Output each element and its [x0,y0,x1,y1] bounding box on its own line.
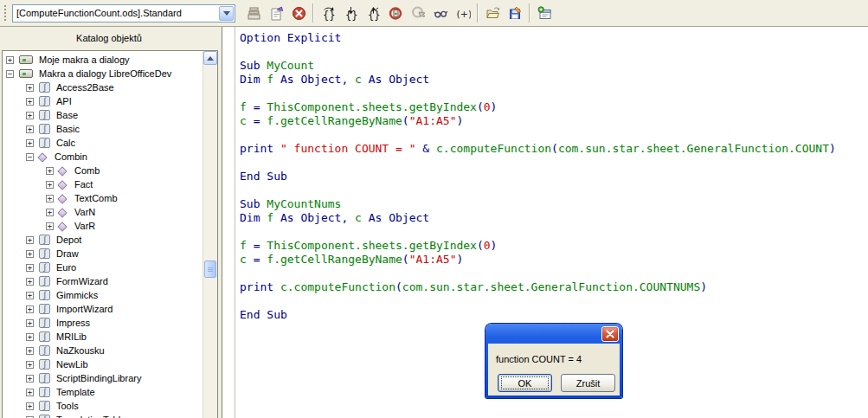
expand-box[interactable]: + [26,333,34,341]
tree-item[interactable]: +∫FormWizard [3,274,203,288]
ok-button[interactable]: OK [498,374,552,392]
tree-item[interactable]: +∫Base [3,108,203,122]
close-button[interactable] [601,326,619,342]
stop-button[interactable] [287,3,310,23]
tree-item[interactable]: +∫NewLib [3,357,203,371]
tree-item[interactable]: +∫NaZkousku [3,344,203,357]
collapse-box[interactable]: − [26,153,34,161]
breakpoint-button[interactable] [384,3,407,23]
manage-breakpoints-button[interactable] [407,3,429,23]
expand-box[interactable]: + [26,125,34,133]
expand-box[interactable]: + [6,56,14,64]
tree-item[interactable]: +∫TranslationTable [3,413,203,418]
expand-box[interactable]: + [26,347,34,355]
modules-button[interactable] [533,3,556,23]
tree-item[interactable]: +∫Calc [3,136,203,150]
code-token: ) [491,239,498,252]
tree-item[interactable]: +∫Euro [3,260,203,274]
expand-box[interactable]: + [26,292,34,299]
expand-box[interactable]: + [26,112,34,119]
tree-item[interactable]: +Comb [3,164,203,177]
breakpoint-margin[interactable] [222,27,235,418]
expand-box[interactable]: + [26,84,34,92]
svg-text:{}: {} [368,10,380,21]
open-button[interactable] [481,3,504,23]
save-button[interactable] [504,3,526,23]
run-icon [269,6,284,21]
expand-box[interactable]: + [26,319,34,327]
find-parentheses-button[interactable]: (+) [452,3,474,23]
tree-item[interactable]: −Combin [3,150,203,164]
library-icon: ∫ [39,235,50,245]
code-token: f [240,239,247,252]
expand-box[interactable]: + [26,98,34,106]
collapse-box[interactable]: − [6,70,14,78]
code-line: End Sub [240,170,868,183]
scrollbar-thumb[interactable] [204,260,216,278]
expand-box[interactable]: + [26,264,34,272]
dialog-titlebar[interactable] [488,324,620,344]
expand-box[interactable]: + [26,402,34,410]
expand-box[interactable]: + [46,222,54,230]
step-into-button[interactable]: {} [339,3,362,23]
scroll-up-button[interactable] [203,51,217,65]
expand-box[interactable]: + [46,195,54,203]
run-button[interactable] [265,3,287,23]
tree-item[interactable]: +VarR [3,219,203,233]
code-token: As Object [362,211,429,224]
tree-item[interactable]: +Moje makra a dialogy [3,53,203,67]
tree-item[interactable]: +∫ScriptBindingLibrary [3,371,203,385]
library-icon: ∫ [39,401,50,411]
chevron-down-icon[interactable] [219,6,234,21]
library-icon: ∫ [39,345,50,356]
code-token: f.getCellRangeByName [267,114,402,127]
expand-box[interactable]: + [46,209,54,216]
tree-item[interactable]: +∫API [3,94,203,108]
tree-item[interactable]: +∫MRILib [3,330,203,344]
tree-item[interactable]: +∫ImportWizard [3,302,203,316]
expand-box[interactable]: + [26,139,34,147]
toolbar-grip[interactable] [3,4,8,22]
enable-watch-button[interactable] [429,3,452,23]
tree-item[interactable]: +∫Basic [3,122,203,136]
step-out-icon: {} [366,6,381,21]
tree-item[interactable]: +∫Draw [3,247,203,260]
tree-item[interactable]: −Makra a dialogy LibreOfficeDev [3,67,203,80]
expand-box[interactable]: + [26,305,34,313]
code-token: As Object [273,73,341,86]
toolbar: [ComputeFunctionCount.ods].Standard {} {… [0,0,868,27]
dialog-message: function COUNT = 4 [496,354,582,364]
expand-box[interactable]: + [46,167,54,175]
expand-box[interactable]: + [26,375,34,383]
code-token: ( [402,114,409,127]
cancel-button[interactable]: Zrušit [561,374,615,392]
library-icon: ∫ [39,387,50,397]
modules-icon [537,6,552,21]
tree-item-label: Combin [54,151,87,162]
library-selector-value: [ComputeFunctionCount.ods].Standard [13,8,218,18]
expand-box[interactable]: + [26,278,34,286]
tree-item[interactable]: +TextComb [3,191,203,205]
step-over-button[interactable]: {} [317,3,339,23]
step-out-button[interactable]: {} [362,3,384,23]
tree-item[interactable]: +VarN [3,205,203,219]
expand-box[interactable]: + [26,250,34,258]
expand-box[interactable]: + [46,181,54,189]
tree-item[interactable]: +∫Access2Base [3,80,203,94]
tree-item-label: ImportWizard [55,304,113,314]
tree-item[interactable]: +Fact [3,177,203,191]
code-line: End Sub [240,308,868,322]
tree-item[interactable]: +∫Depot [3,233,203,247]
expand-box[interactable]: + [26,389,34,396]
tree-item[interactable]: +∫Gimmicks [3,288,203,302]
tree-item[interactable]: +∫Tools [3,399,203,413]
expand-box[interactable]: + [26,236,34,244]
compile-button[interactable] [242,3,265,23]
expand-box[interactable]: + [26,361,34,369]
tree-scrollbar[interactable] [203,51,217,418]
library-selector[interactable]: [ComputeFunctionCount.ods].Standard [12,4,235,23]
code-token: ) [491,100,498,113]
tree-item[interactable]: +∫Template [3,385,203,399]
tree-item-label: Impress [55,318,90,328]
tree-item[interactable]: +∫Impress [3,316,203,330]
